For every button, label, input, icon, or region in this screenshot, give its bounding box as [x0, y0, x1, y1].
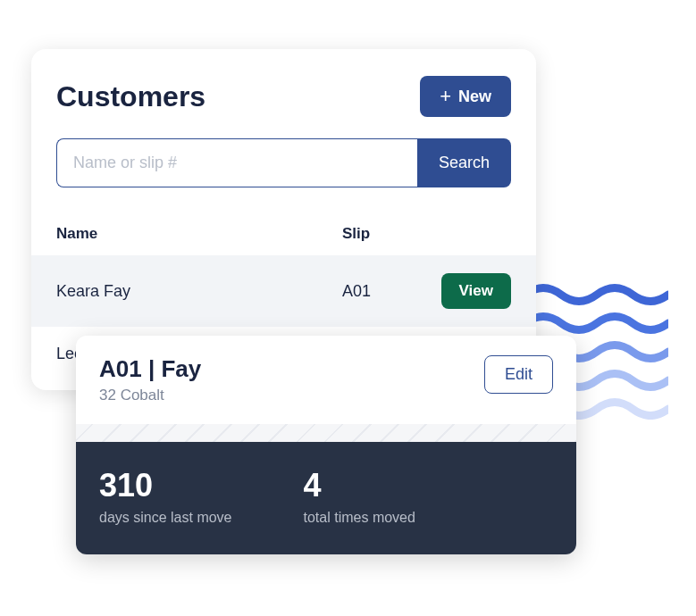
row-slip: A01 [342, 282, 441, 301]
stat-times-moved: 4 total times moved [304, 467, 415, 526]
detail-stats: 310 days since last move 4 total times m… [76, 442, 576, 554]
table-row[interactable]: Keara Fay A01 View [31, 255, 536, 327]
column-header-slip: Slip [342, 225, 511, 243]
search-input[interactable] [56, 138, 417, 187]
edit-button[interactable]: Edit [484, 355, 553, 394]
new-button-label: New [458, 87, 491, 106]
page-title: Customers [56, 80, 205, 113]
search-button[interactable]: Search [417, 138, 511, 187]
detail-panel: A01 | Fay 32 Cobalt Edit 310 days since … [76, 336, 576, 554]
stat-label: days since last move [99, 510, 232, 526]
new-button[interactable]: + New [420, 76, 511, 117]
row-name: Keara Fay [56, 282, 342, 301]
plus-icon: + [440, 87, 451, 106]
stat-days-since-move: 310 days since last move [99, 467, 232, 526]
stat-value: 310 [99, 467, 232, 504]
detail-subtitle: 32 Cobalt [99, 387, 201, 404]
stat-label: total times moved [304, 510, 415, 526]
column-header-name: Name [56, 225, 342, 243]
view-button[interactable]: View [441, 273, 511, 309]
pattern-divider [76, 424, 576, 442]
table-header: Name Slip [31, 212, 536, 255]
stat-value: 4 [304, 467, 415, 504]
detail-title: A01 | Fay [99, 355, 201, 383]
